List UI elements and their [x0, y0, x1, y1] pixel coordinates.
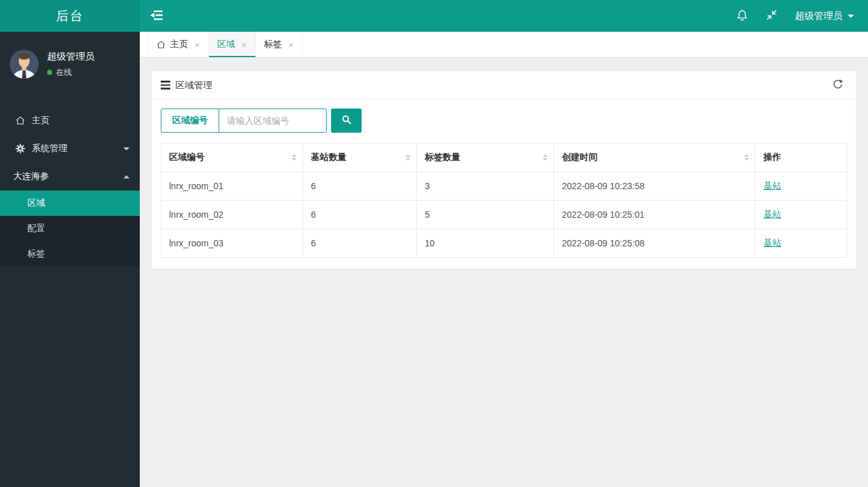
content-area: 区域管理 区域编号	[140, 58, 868, 282]
table-row: lnrx_room_01 6 3 2022-08-09 10:23:58 基站	[161, 172, 847, 201]
refresh-icon	[832, 78, 844, 92]
app-logo: 后台	[0, 0, 140, 32]
sort-icon[interactable]	[292, 154, 297, 161]
sidebar-user-status: 在线	[47, 67, 95, 78]
cell-created-at: 2022-08-09 10:23:58	[554, 172, 756, 201]
sidebar-user-panel: 超级管理员 在线	[0, 32, 140, 98]
sidebar-toggle-button[interactable]	[140, 0, 173, 32]
sidebar-collapse-icon	[149, 10, 163, 23]
cell-base-stations: 6	[303, 172, 417, 201]
refresh-button[interactable]	[828, 76, 847, 95]
search-button[interactable]	[331, 109, 362, 133]
fullscreen-button[interactable]	[757, 0, 786, 32]
column-header-base-stations[interactable]: 基站数量	[303, 143, 417, 172]
cell-region-id: lnrx_room_03	[161, 229, 303, 258]
tab-tag[interactable]: 标签 ×	[256, 32, 303, 57]
sort-icon[interactable]	[405, 154, 410, 161]
home-icon	[156, 40, 166, 50]
cell-tag-count: 5	[417, 201, 554, 229]
sort-icon[interactable]	[543, 154, 548, 161]
table-row: lnrx_room_03 6 10 2022-08-09 10:25:08 基站	[161, 229, 847, 258]
search-row: 区域编号	[161, 109, 847, 133]
tab-label: 区域	[217, 39, 235, 50]
base-station-link[interactable]: 基站	[763, 180, 781, 190]
column-header-actions: 操作	[756, 143, 847, 172]
tab-home[interactable]: 主页 ×	[147, 32, 209, 57]
sidebar-item-system-management[interactable]: 系统管理	[0, 135, 140, 163]
sidebar-submenu: 区域 配置 标签	[0, 190, 140, 267]
chevron-up-icon	[123, 175, 130, 178]
sidebar: 超级管理员 在线 主页	[0, 32, 140, 487]
card-body: 区域编号	[152, 100, 856, 269]
user-dropdown[interactable]: 超级管理员	[786, 0, 868, 32]
search-input-group: 区域编号	[161, 109, 327, 133]
column-header-region-id[interactable]: 区域编号	[161, 143, 303, 172]
tab-label: 主页	[170, 39, 188, 50]
search-icon	[341, 114, 352, 127]
avatar	[10, 50, 39, 79]
cell-tag-count: 3	[417, 172, 554, 201]
table-header-row: 区域编号 基站数量 标签数量	[161, 143, 847, 172]
gear-icon	[15, 143, 26, 154]
online-status-label: 在线	[56, 67, 72, 78]
sidebar-item-label: 系统管理	[32, 143, 67, 154]
sidebar-item-region[interactable]: 区域	[0, 190, 140, 216]
tab-bar: 主页 × 区域 × 标签 ×	[140, 32, 868, 58]
sidebar-item-label: 大连海参	[13, 171, 49, 182]
close-icon[interactable]: ×	[194, 40, 200, 50]
base-station-link[interactable]: 基站	[763, 237, 781, 248]
topbar: 后台	[0, 0, 868, 32]
list-icon	[161, 81, 170, 89]
region-management-card: 区域管理 区域编号	[151, 70, 857, 269]
sidebar-user-name: 超级管理员	[47, 51, 95, 63]
search-input[interactable]	[219, 109, 326, 132]
cell-base-stations: 6	[303, 201, 417, 229]
column-header-created-at[interactable]: 创建时间	[554, 143, 756, 172]
close-icon[interactable]: ×	[288, 40, 294, 50]
region-table: 区域编号 基站数量 标签数量	[161, 143, 847, 258]
sidebar-item-label: 标签	[27, 248, 45, 260]
column-header-tag-count[interactable]: 标签数量	[417, 143, 554, 172]
chevron-down-icon	[848, 15, 854, 18]
sidebar-item-dalian-haishen[interactable]: 大连海参	[0, 163, 140, 190]
user-dropdown-label: 超级管理员	[795, 10, 843, 22]
sidebar-item-label: 配置	[27, 223, 45, 234]
cell-region-id: lnrx_room_02	[161, 201, 303, 229]
sidebar-item-tag[interactable]: 标签	[0, 241, 140, 267]
cell-base-stations: 6	[303, 229, 417, 258]
table-row: lnrx_room_02 6 5 2022-08-09 10:25:01 基站	[161, 201, 847, 229]
card-header: 区域管理	[152, 71, 856, 100]
sidebar-item-config[interactable]: 配置	[0, 216, 140, 241]
sidebar-menu: 主页	[0, 107, 140, 267]
notifications-button[interactable]	[728, 0, 757, 32]
online-dot-icon	[47, 70, 52, 75]
cell-created-at: 2022-08-09 10:25:01	[554, 201, 756, 229]
sidebar-item-home[interactable]: 主页	[0, 107, 140, 135]
tab-region[interactable]: 区域 ×	[209, 32, 256, 57]
sort-icon[interactable]	[744, 154, 749, 161]
tab-label: 标签	[264, 39, 282, 50]
close-icon[interactable]: ×	[241, 40, 247, 50]
chevron-down-icon	[123, 147, 130, 150]
topbar-main: 超级管理员	[140, 0, 868, 32]
bell-icon	[736, 9, 749, 23]
cell-tag-count: 10	[417, 229, 554, 258]
card-title: 区域管理	[175, 79, 212, 91]
cell-region-id: lnrx_room_01	[161, 172, 303, 201]
search-field-selector[interactable]: 区域编号	[161, 109, 219, 132]
base-station-link[interactable]: 基站	[763, 209, 781, 219]
home-icon	[15, 116, 26, 126]
sidebar-item-label: 主页	[32, 115, 50, 126]
compress-icon	[766, 9, 778, 23]
sidebar-item-label: 区域	[27, 197, 45, 209]
main-area: 主页 × 区域 × 标签 × 区域管理	[140, 32, 868, 487]
cell-created-at: 2022-08-09 10:25:08	[554, 229, 756, 258]
